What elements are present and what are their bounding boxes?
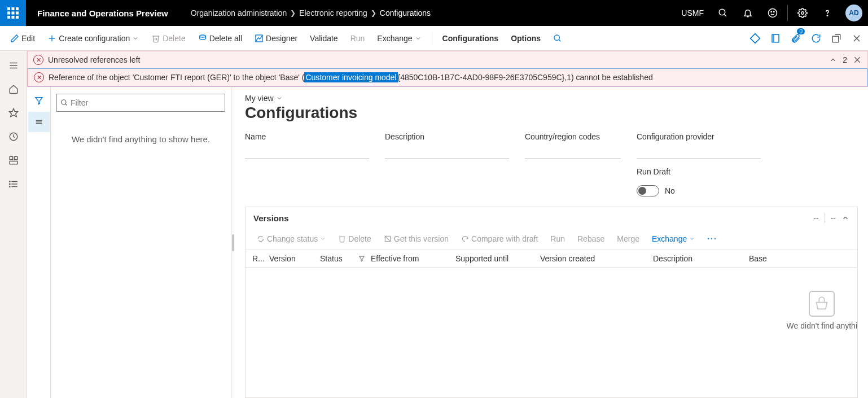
options-tab[interactable]: Options	[505, 30, 546, 46]
col-status[interactable]: Status	[320, 254, 371, 263]
validate-label: Validate	[310, 34, 338, 43]
col-base[interactable]: Base	[749, 254, 805, 263]
chevron-up-icon[interactable]	[829, 56, 837, 64]
svg-rect-34	[10, 161, 17, 164]
error-icon: ✕	[33, 55, 43, 65]
version-exchange-button[interactable]: Exchange	[647, 232, 699, 246]
grid-icon	[8, 155, 19, 165]
compare-icon	[461, 235, 469, 243]
create-configuration-button[interactable]: Create configuration	[42, 30, 144, 46]
legal-entity[interactable]: USMF	[674, 8, 711, 18]
versions-grid-body: We didn't find anythi	[246, 268, 857, 392]
breadcrumb-item[interactable]: Configurations	[380, 8, 431, 18]
more-button[interactable]: ···	[703, 232, 722, 246]
delete-button[interactable]: Delete	[146, 30, 191, 46]
col-description[interactable]: Description	[653, 254, 749, 263]
nav-menu-button[interactable]	[1, 54, 26, 77]
options-label: Options	[511, 34, 541, 43]
search-button[interactable]	[711, 0, 735, 26]
svg-point-14	[801, 12, 804, 15]
view-selector[interactable]: My view	[245, 94, 858, 103]
delete-all-icon	[198, 34, 207, 43]
get-this-version-button[interactable]: Get this version	[379, 232, 453, 246]
svg-point-38	[9, 181, 10, 182]
country-codes-field[interactable]	[525, 147, 621, 159]
notifications-button[interactable]	[735, 0, 760, 26]
search-icon	[718, 8, 728, 18]
nav-modules-button[interactable]	[1, 173, 26, 195]
close-icon[interactable]	[853, 55, 862, 64]
chevron-down-icon	[132, 35, 139, 42]
attachments-button[interactable]: 0	[789, 32, 803, 45]
funnel-icon[interactable]	[358, 255, 365, 262]
col-supported-until[interactable]: Supported until	[455, 254, 540, 263]
breadcrumb-item[interactable]: Electronic reporting	[299, 8, 367, 18]
merge-button[interactable]: Merge	[612, 232, 644, 246]
nav-recent-button[interactable]	[1, 125, 26, 148]
close-button[interactable]	[850, 32, 863, 45]
svg-point-12	[771, 11, 772, 12]
col-r[interactable]: R...	[252, 254, 269, 263]
list-view-button[interactable]	[28, 112, 50, 132]
filter-pane-button[interactable]	[28, 90, 50, 111]
global-header: Finance and Operations Preview Organizat…	[0, 0, 868, 26]
col-effective-from[interactable]: Effective from	[371, 254, 455, 263]
vertical-scrollbar[interactable]	[852, 241, 857, 386]
run-button[interactable]: Run	[345, 30, 371, 46]
create-configuration-label: Create configuration	[59, 34, 130, 43]
office-button[interactable]	[769, 32, 782, 45]
tree-filter[interactable]	[56, 94, 225, 112]
view-label: My view	[245, 94, 274, 103]
version-run-button[interactable]: Run	[546, 232, 569, 246]
app-launcher[interactable]	[0, 0, 26, 26]
left-nav-rail	[0, 51, 27, 398]
rebase-button[interactable]: Rebase	[573, 232, 609, 246]
refresh-button[interactable]	[809, 32, 823, 45]
run-draft-toggle[interactable]	[637, 185, 659, 196]
splitter[interactable]	[231, 87, 235, 398]
tree-filter-input[interactable]	[71, 98, 221, 107]
delete-all-button[interactable]: Delete all	[192, 30, 248, 46]
nav-workspaces-button[interactable]	[1, 149, 26, 172]
compare-label: Compare with draft	[471, 234, 538, 243]
merge-label: Merge	[617, 234, 639, 243]
name-field[interactable]	[245, 147, 369, 159]
svg-marker-43	[36, 98, 42, 104]
svg-rect-33	[14, 156, 17, 159]
validate-button[interactable]: Validate	[304, 30, 344, 46]
breadcrumb-item[interactable]: Organization administration	[191, 8, 287, 18]
nav-home-button[interactable]	[1, 78, 26, 100]
chevron-right-icon: ❯	[371, 9, 376, 17]
edit-button[interactable]: Edit	[5, 30, 41, 46]
nav-favorites-button[interactable]	[1, 102, 26, 124]
trash-icon	[151, 34, 160, 43]
popout-button[interactable]	[830, 32, 843, 45]
designer-button[interactable]: Designer	[249, 30, 303, 46]
find-button[interactable]	[547, 30, 568, 46]
chevron-up-icon[interactable]	[841, 214, 849, 222]
version-delete-button[interactable]: Delete	[334, 232, 375, 246]
feedback-button[interactable]	[760, 0, 785, 26]
description-field[interactable]	[385, 147, 509, 159]
provider-field[interactable]	[637, 147, 761, 159]
command-bar: Edit Create configuration Delete Delete …	[0, 26, 868, 51]
col-version[interactable]: Version	[269, 254, 320, 263]
help-button[interactable]	[815, 0, 840, 26]
error-detail-row[interactable]: ✕ Reference of the object 'Customer FTI …	[28, 68, 867, 86]
designer-label: Designer	[266, 34, 297, 43]
customization-button[interactable]	[748, 32, 762, 45]
version-delete-label: Delete	[348, 234, 371, 243]
change-status-button[interactable]: Change status	[252, 232, 330, 246]
office-icon	[770, 33, 781, 43]
plus-icon	[47, 34, 56, 43]
settings-button[interactable]	[790, 0, 815, 26]
col-version-created[interactable]: Version created	[540, 254, 653, 263]
avatar[interactable]: AD	[845, 5, 862, 21]
configurations-tab[interactable]: Configurations	[437, 30, 505, 46]
compare-with-draft-button[interactable]: Compare with draft	[457, 232, 542, 246]
waffle-icon	[7, 7, 19, 19]
pencil-icon	[10, 34, 19, 43]
horizontal-scrollbar[interactable]	[246, 392, 857, 397]
exchange-button[interactable]: Exchange	[371, 30, 427, 46]
list-icon	[8, 179, 19, 189]
